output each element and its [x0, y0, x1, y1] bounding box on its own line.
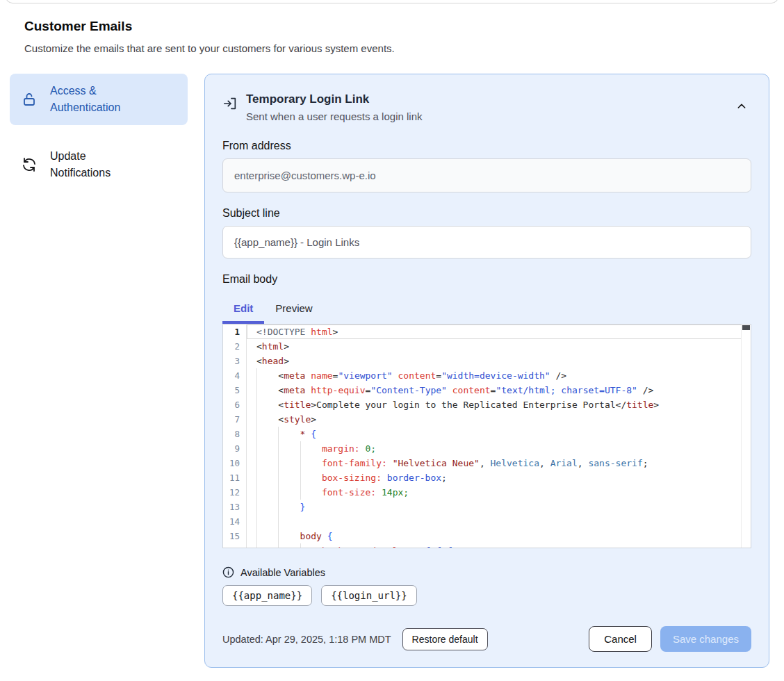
code-line: 10font-family: "Helvetica Neue", Helveti…: [223, 456, 751, 470]
code-editor[interactable]: 1<!DOCTYPE html>2<html>3<head>4<meta nam…: [222, 324, 751, 548]
card-footer: Updated: Apr 29, 2025, 1:18 PM MDT Resto…: [222, 626, 751, 652]
line-number: 10: [223, 456, 247, 470]
line-number: 1: [223, 325, 247, 339]
code-line-content: <title>Complete your login to the Replic…: [247, 397, 751, 412]
subject-line-input[interactable]: [222, 226, 751, 259]
code-line: 15body {: [223, 529, 751, 543]
available-variables-label: Available Variables: [240, 567, 325, 578]
line-number: 3: [223, 354, 247, 368]
line-number: 16: [223, 543, 247, 548]
content-layout: Access & Authentication Update Notificat…: [10, 74, 769, 668]
code-line-content: background-color: #f9f9f9;: [247, 543, 751, 548]
code-line: 6<title>Complete your login to the Repli…: [223, 397, 751, 412]
tab-edit[interactable]: Edit: [222, 297, 264, 324]
editor-scrollbar-thumb[interactable]: [742, 325, 750, 330]
code-line: 5<meta http-equiv="Content-Type" content…: [223, 383, 751, 397]
line-number: 14: [223, 514, 247, 529]
login-icon: [222, 96, 238, 114]
cancel-button[interactable]: Cancel: [589, 626, 652, 652]
code-line-content: * {: [247, 427, 751, 441]
available-variables-row: Available Variables: [222, 566, 751, 578]
lock-icon: [21, 91, 38, 108]
tab-preview[interactable]: Preview: [264, 297, 323, 324]
refresh-icon: [21, 156, 38, 173]
code-line-content: <!DOCTYPE html>: [247, 325, 751, 339]
line-number: 4: [223, 368, 247, 383]
line-number: 2: [223, 339, 247, 354]
code-line-content: box-sizing: border-box;: [247, 470, 751, 485]
code-line-content: }: [247, 500, 751, 514]
code-line: 12font-size: 14px;: [223, 485, 751, 500]
sidebar-item-label: Access & Authentication: [50, 83, 147, 116]
line-number: 5: [223, 383, 247, 397]
email-body-tabs: Edit Preview: [222, 297, 751, 324]
restore-default-button[interactable]: Restore default: [402, 628, 488, 650]
code-line: 1<!DOCTYPE html>: [223, 325, 751, 339]
sidebar-item-label: Update Notifications: [50, 148, 147, 181]
chevron-up-icon: [736, 104, 747, 114]
from-address-input[interactable]: [222, 158, 751, 192]
collapse-button[interactable]: [732, 97, 751, 118]
code-line-content: <meta http-equiv="Content-Type" content=…: [247, 383, 751, 397]
line-number: 7: [223, 412, 247, 427]
page-subtitle: Customize the emails that are sent to yo…: [24, 42, 784, 54]
code-line-content: <html>: [247, 339, 751, 354]
code-line-content: <style>: [247, 412, 751, 427]
code-line: 13}: [223, 500, 751, 514]
line-number: 11: [223, 470, 247, 485]
code-line-content: font-family: "Helvetica Neue", Helvetica…: [247, 456, 751, 470]
line-number: 15: [223, 529, 247, 543]
from-address-label: From address: [222, 140, 751, 152]
line-number: 8: [223, 427, 247, 441]
code-line-content: <head>: [247, 354, 751, 368]
code-line-content: [247, 514, 751, 529]
email-settings-card: Temporary Login Link Sent when a user re…: [204, 74, 769, 668]
code-line: 8* {: [223, 427, 751, 441]
code-line: 11box-sizing: border-box;: [223, 470, 751, 485]
card-header: Temporary Login Link Sent when a user re…: [222, 92, 751, 122]
code-line: 9margin: 0;: [223, 441, 751, 456]
variable-chip-login-url[interactable]: {{login_url}}: [321, 585, 417, 606]
line-number: 6: [223, 397, 247, 412]
variable-chips: {{app_name}} {{login_url}}: [222, 585, 751, 606]
code-line: 7<style>: [223, 412, 751, 427]
line-number: 13: [223, 500, 247, 514]
previous-card-edge: [6, 0, 778, 3]
card-subtitle: Sent when a user requests a login link: [246, 110, 422, 122]
code-line: 3<head>: [223, 354, 751, 368]
email-body-label: Email body: [222, 273, 751, 286]
editor-scrollbar[interactable]: [741, 325, 751, 548]
code-line: 4<meta name="viewport" content="width=de…: [223, 368, 751, 383]
info-icon: [222, 566, 234, 578]
updated-timestamp: Updated: Apr 29, 2025, 1:18 PM MDT: [222, 634, 391, 645]
subject-line-label: Subject line: [222, 207, 751, 220]
code-line-content: body {: [247, 529, 751, 543]
line-number: 9: [223, 441, 247, 456]
code-line-content: <meta name="viewport" content="width=dev…: [247, 368, 751, 383]
code-line-content: margin: 0;: [247, 441, 751, 456]
save-changes-button[interactable]: Save changes: [660, 626, 751, 652]
variable-chip-app-name[interactable]: {{app_name}}: [222, 585, 312, 606]
sidebar-item-update-notifications[interactable]: Update Notifications: [10, 139, 188, 190]
code-line: 2<html>: [223, 339, 751, 354]
code-line-content: font-size: 14px;: [247, 485, 751, 500]
code-editor-lines: 1<!DOCTYPE html>2<html>3<head>4<meta nam…: [223, 325, 751, 548]
sidebar: Access & Authentication Update Notificat…: [10, 74, 188, 190]
code-line: 16background-color: #f9f9f9;: [223, 543, 751, 548]
code-line: 14: [223, 514, 751, 529]
card-header-text: Temporary Login Link Sent when a user re…: [246, 92, 422, 122]
card-title: Temporary Login Link: [246, 92, 422, 106]
page-title: Customer Emails: [24, 19, 784, 34]
line-number: 12: [223, 485, 247, 500]
sidebar-item-access-authentication[interactable]: Access & Authentication: [10, 74, 188, 125]
